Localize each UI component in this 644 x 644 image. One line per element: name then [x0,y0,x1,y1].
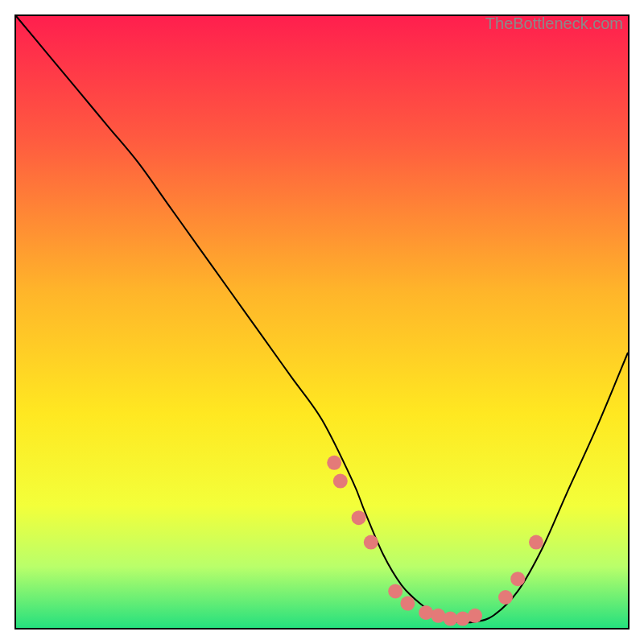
highlight-dot [327,456,341,470]
highlight-dot [498,590,513,605]
highlight-dots-group [327,456,543,626]
highlight-dot [529,535,543,550]
highlight-dot [510,572,525,586]
highlight-dot [400,597,415,611]
highlight-dot [388,584,402,598]
bottleneck-curve [16,16,628,622]
chart-svg [16,16,628,628]
chart-frame: TheBottleneck.com [14,14,630,630]
highlight-dot [352,510,366,525]
highlight-dot [468,609,482,623]
highlight-dot [364,535,378,550]
highlight-dot [431,609,445,623]
highlight-dot [333,474,348,489]
highlight-dot [419,605,433,620]
highlight-dot [456,612,470,626]
